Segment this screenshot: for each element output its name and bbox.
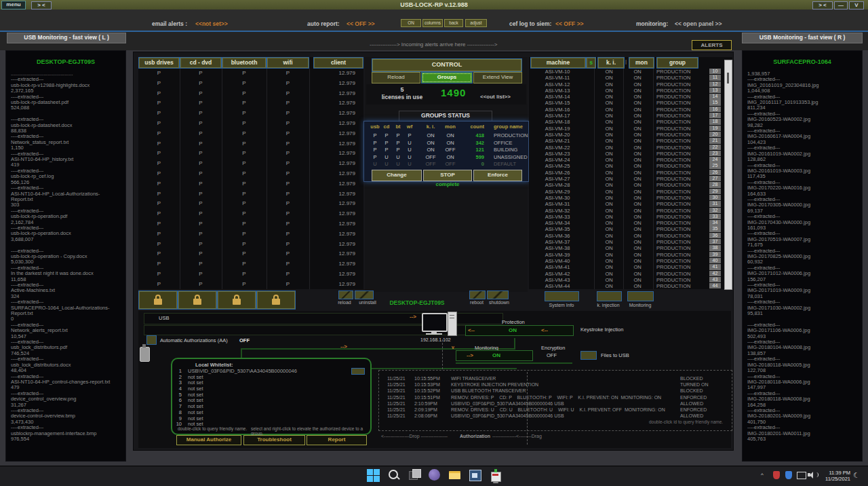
taskbar-icon-file-explorer[interactable] [448, 468, 462, 482]
machine-row[interactable]: ASI-VM-24 ON ON PRODUCTION 24 [529, 157, 732, 163]
log-row[interactable]: 11/25/21 10:15:51PM REMOV. DRIVES: P CD:… [379, 394, 732, 400]
machine-row[interactable]: ASI-VM-22 ON ON PRODUCTION 22 [529, 145, 732, 151]
col-s[interactable]: s [586, 57, 596, 69]
machine-row[interactable]: ASI-VM-17 ON ON PRODUCTION 17 [529, 113, 732, 119]
machine-row[interactable]: ASI-VM-30 ON ON PRODUCTION 30 [529, 195, 732, 201]
out-list-link[interactable]: <<out list>> [480, 94, 511, 100]
machine-row[interactable]: ASI-VM-39 ON ON PRODUCTION 39 [529, 252, 732, 258]
k-injection-button[interactable] [597, 291, 622, 301]
machine-row[interactable]: ASI-VM-16 ON ON PRODUCTION 16 [529, 107, 732, 113]
machine-row[interactable]: ASI-VM-42 ON ON PRODUCTION 42 [529, 271, 732, 277]
col-mon[interactable]: mon [629, 57, 654, 69]
col-group[interactable]: group [656, 57, 698, 69]
machine-row[interactable]: ASI-VM-32 ON ON PRODUCTION 32 [529, 208, 732, 214]
tray-expand-chevron[interactable]: ^ [761, 472, 764, 478]
log-row[interactable]: 11/25/21 2:10:59PM USB\VID_03F0&PID_5307… [379, 400, 732, 407]
machine-row[interactable]: ASI-VM-18 ON ON PRODUCTION 18 [529, 119, 732, 125]
extend-view-button[interactable]: Extend View [473, 72, 522, 83]
col-ki[interactable]: k. i. [597, 57, 625, 69]
log-row[interactable]: 11/25/21 10:15:52PM USB BLUETOOTH TRANSC… [379, 388, 732, 394]
machine-row[interactable]: ASI-VM-29 ON ON PRODUCTION 29 [529, 189, 732, 195]
shutdown-client-button[interactable] [487, 291, 509, 299]
machine-row[interactable]: ASI-VM-31 ON ON PRODUCTION 31 [529, 201, 732, 207]
on-button[interactable]: ON [401, 19, 421, 27]
col-usb-drives[interactable]: usb drives [138, 57, 180, 69]
monitoring-open-panel[interactable]: << open panel >> [675, 20, 722, 27]
machine-row[interactable]: ASI-VM-12 ON ON PRODUCTION 12 [529, 81, 732, 88]
log-row[interactable]: 11/25/21 2:08:06PM USB\VID_03F0&PID_5307… [379, 413, 732, 419]
system-info-button[interactable] [545, 291, 579, 301]
machine-row[interactable]: ASI-VM-26 ON ON PRODUCTION 26 [529, 170, 732, 176]
machine-row[interactable]: ASI-VM-37 ON ON PRODUCTION 37 [529, 239, 732, 245]
machine-row[interactable]: ASI-VM-13 ON ON PRODUCTION 13 [529, 88, 732, 94]
col-wifi[interactable]: wifi [267, 57, 309, 69]
enforce-button[interactable]: Enforce [473, 170, 522, 181]
machine-row[interactable]: ASI-VM-14 ON ON PRODUCTION 14 [529, 94, 732, 100]
uninstall-client-button[interactable] [355, 291, 374, 299]
nav-arrows-right[interactable]: > < [812, 1, 833, 10]
machine-row[interactable]: ASI-VM-38 ON ON PRODUCTION 38 [529, 245, 732, 251]
machine-row[interactable]: ASI-VM-20 ON ON PRODUCTION 20 [529, 132, 732, 138]
start-button[interactable] [367, 468, 380, 482]
groups-button[interactable]: Groups [421, 72, 473, 83]
log-row[interactable]: 11/25/21 10:15:53PM KEYSTROKE INJECTION … [379, 381, 732, 388]
machine-row[interactable]: ASI-VM-33 ON ON PRODUCTION 33 [529, 214, 732, 220]
machine-row[interactable]: ASI-VM-23 ON ON PRODUCTION 23 [529, 151, 732, 157]
aa-checkbox[interactable] [146, 335, 157, 345]
columns-button[interactable]: columns [422, 19, 443, 27]
manual-authorize-button[interactable]: Manual Authorize [176, 435, 241, 445]
taskbar-icon-photos[interactable] [469, 468, 482, 482]
minimize-button[interactable]: — [834, 1, 848, 10]
version-button[interactable]: V [849, 1, 864, 10]
group-row[interactable]: P U U U OFF ON 599 UNASSIGNED [364, 154, 528, 162]
adjust-button[interactable]: adjust [465, 19, 487, 27]
scrollbar-thumb[interactable] [727, 73, 729, 83]
machine-row[interactable]: ASI-VM-11 ON ON PRODUCTION 11 [529, 75, 732, 81]
lock-usb-button[interactable] [138, 291, 178, 310]
fastview-right-header[interactable]: USB Monitoring - fast view ( R ) [742, 33, 863, 43]
cef-log-value[interactable]: << OFF >> [555, 20, 584, 27]
lock-wifi-button[interactable] [256, 291, 296, 310]
log-row[interactable]: 11/25/21 10:15:55PM WIFI TRANSCEIVER BLO… [379, 375, 732, 381]
col-bluetooth[interactable]: bluetooth [222, 57, 267, 69]
col-machine[interactable]: machine [530, 57, 586, 69]
report-button[interactable]: Report [307, 435, 367, 445]
taskbar-icon-usb-lock-rp[interactable] [489, 468, 502, 482]
log-row[interactable]: 11/25/21 2:09:19PM REMOV. DRIVES: U CD: … [379, 407, 732, 413]
fastview-left-header[interactable]: USB Monitoring - fast view ( L ) [7, 33, 126, 43]
alerts-button[interactable]: ALERTS [692, 40, 732, 50]
col-cd-dvd[interactable]: cd - dvd [180, 57, 222, 69]
machine-row[interactable]: ASI-VM-35 ON ON PRODUCTION 35 [529, 226, 732, 232]
tray-icon-red-shield[interactable] [773, 471, 780, 479]
change-button[interactable]: Change [372, 170, 422, 181]
lock-bluetooth-button[interactable] [217, 291, 256, 310]
machine-row[interactable]: ASI-VM-28 ON ON PRODUCTION 28 [529, 182, 732, 188]
taskbar-icon-chat[interactable] [428, 468, 441, 482]
search-button[interactable] [387, 468, 401, 482]
whitelist-row-button[interactable] [351, 368, 365, 375]
tray-icon-blue-shield[interactable] [785, 471, 792, 479]
machine-row[interactable]: ASI-VM-10 ON ON PRODUCTION 10 [529, 69, 732, 75]
group-row[interactable]: P P P U ON ON 342 OFFICE [364, 140, 528, 147]
reload-client-button[interactable] [338, 291, 353, 299]
machine-row[interactable]: ASI-VM-15 ON ON PRODUCTION 15 [529, 100, 732, 106]
machine-row[interactable]: ASI-VM-43 ON ON PRODUCTION 43 [529, 277, 732, 283]
stop-button[interactable]: STOP [423, 170, 472, 181]
troubleshoot-button[interactable]: Troubleshoot [243, 435, 305, 445]
group-row[interactable]: P P P P ON ON 418 PRODUCTION [364, 132, 528, 140]
taskbar-clock[interactable]: 11:39 PM 11/25/2021 [818, 470, 850, 482]
machine-row[interactable]: ASI-VM-41 ON ON PRODUCTION 41 [529, 264, 732, 270]
machine-row[interactable]: ASI-VM-27 ON ON PRODUCTION 27 [529, 176, 732, 182]
reboot-client-button[interactable] [469, 291, 486, 299]
machine-row[interactable]: ASI-VM-34 ON ON PRODUCTION 34 [529, 220, 732, 226]
files-to-usb-button[interactable] [580, 351, 597, 360]
machine-row[interactable]: ASI-VM-19 ON ON PRODUCTION 19 [529, 126, 732, 132]
machine-row[interactable]: ASI-VM-36 ON ON PRODUCTION 36 [529, 233, 732, 239]
machine-row[interactable]: ASI-VM-40 ON ON PRODUCTION 40 [529, 258, 732, 264]
monitoring-button[interactable] [627, 291, 654, 301]
taskbar-icon-task-view[interactable] [408, 468, 421, 482]
back-button[interactable]: back [444, 19, 463, 27]
tray-icon-display[interactable] [797, 472, 806, 479]
email-alerts-value[interactable]: <<not set>> [195, 20, 228, 27]
auto-report-value[interactable]: << OFF >> [347, 20, 375, 27]
